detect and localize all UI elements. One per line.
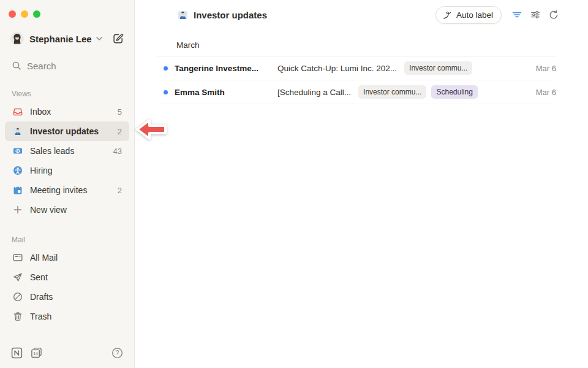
- calendar-icon: [13, 185, 23, 195]
- envelope-icon: [13, 253, 23, 263]
- sidebar-item-label: Trash: [30, 312, 51, 321]
- view-header: Investor updates Auto label: [135, 0, 588, 29]
- person-circle-icon: [13, 166, 23, 175]
- mail-nav: All Mail Sent Drafts Trash: [0, 248, 134, 326]
- unread-count: 5: [118, 107, 122, 117]
- avatar: [10, 32, 24, 45]
- views-nav: Inbox 5 Investor updates 2 Sales leads 4…: [0, 102, 134, 220]
- sidebar-item-label: New view: [30, 205, 67, 215]
- page-title: Investor updates: [194, 10, 267, 20]
- sidebar-item-label: Sales leads: [30, 146, 74, 156]
- label-pill[interactable]: Investor commu...: [404, 61, 472, 75]
- account-name: Stephanie Lee: [29, 34, 92, 44]
- unread-dot: [164, 66, 168, 71]
- sliders-icon[interactable]: [530, 10, 540, 20]
- sidebar: Stephanie Lee Search Views Inbox 5 Inves…: [0, 0, 135, 368]
- svg-text:14: 14: [33, 351, 38, 355]
- minimize-window-button[interactable]: [21, 10, 28, 18]
- email-tags: Investor commu...: [404, 61, 472, 75]
- investor-person-icon: [178, 10, 188, 20]
- close-window-button[interactable]: [9, 10, 16, 18]
- sidebar-item-hiring[interactable]: Hiring: [5, 161, 129, 180]
- sidebar-item-investor-updates[interactable]: Investor updates 2: [5, 121, 129, 141]
- magic-wand-icon: [442, 10, 453, 20]
- trash-icon: [13, 312, 23, 321]
- email-list: March Tangerine Investme... Quick Catch-…: [157, 29, 556, 104]
- sidebar-item-label: Investor updates: [30, 126, 99, 136]
- label-pill[interactable]: Scheduling: [431, 85, 477, 99]
- search-label: Search: [27, 61, 56, 71]
- month-group-header: March: [157, 29, 556, 56]
- auto-label-text: Auto label: [456, 10, 493, 20]
- sidebar-item-sent[interactable]: Sent: [5, 267, 129, 287]
- email-row[interactable]: Emma Smith [Scheduling a Call... Investo…: [157, 80, 556, 104]
- sidebar-item-label: Inbox: [30, 107, 51, 117]
- sidebar-item-label: Hiring: [30, 166, 53, 175]
- unread-dot: [164, 90, 168, 94]
- unread-count: 43: [113, 147, 122, 156]
- unread-count: 2: [118, 127, 122, 136]
- label-pill[interactable]: Investor commu...: [358, 85, 426, 99]
- sidebar-item-drafts[interactable]: Drafts: [5, 287, 129, 307]
- email-sender: Emma Smith: [175, 88, 270, 97]
- mail-section-label: Mail: [0, 234, 134, 245]
- zoom-window-button[interactable]: [33, 10, 40, 18]
- sidebar-item-meeting-invites[interactable]: Meeting invites 2: [5, 180, 129, 200]
- search-button[interactable]: Search: [0, 56, 134, 75]
- email-tags: Investor commu... Scheduling: [358, 85, 478, 99]
- sidebar-footer: 14 ?: [0, 337, 134, 368]
- investor-person-icon: [13, 126, 23, 136]
- email-date: Mar 6: [536, 64, 556, 73]
- chevron-down-icon: [96, 37, 102, 40]
- inbox-icon: [13, 107, 23, 117]
- search-icon: [12, 61, 21, 71]
- pencil-circle-icon: [13, 292, 23, 302]
- banknote-icon: [13, 146, 23, 156]
- plus-icon: [13, 205, 23, 215]
- sidebar-item-sales-leads[interactable]: Sales leads 43: [5, 141, 129, 161]
- email-subject: Quick Catch-Up: Lumi Inc. 202...: [277, 64, 397, 73]
- auto-label-button[interactable]: Auto label: [435, 6, 502, 24]
- sidebar-item-all-mail[interactable]: All Mail: [5, 248, 129, 267]
- email-sender: Tangerine Investme...: [175, 64, 270, 73]
- profile-switcher[interactable]: Stephanie Lee: [0, 25, 134, 48]
- compose-button[interactable]: [112, 33, 124, 45]
- sidebar-item-label: Meeting invites: [30, 185, 87, 195]
- sidebar-item-label: Drafts: [30, 292, 53, 302]
- mail-app-window: Stephanie Lee Search Views Inbox 5 Inves…: [0, 0, 588, 368]
- paper-plane-icon: [13, 272, 23, 282]
- sidebar-item-new-view[interactable]: New view: [5, 200, 129, 220]
- header-toolbar: Auto label: [435, 6, 559, 24]
- email-date: Mar 6: [536, 88, 556, 97]
- sidebar-item-inbox[interactable]: Inbox 5: [5, 102, 129, 121]
- filter-icon[interactable]: [512, 10, 522, 20]
- window-controls: [0, 0, 134, 25]
- refresh-icon[interactable]: [549, 10, 559, 20]
- notion-logo-icon[interactable]: [11, 347, 23, 359]
- views-section-label: Views: [0, 88, 134, 99]
- email-subject: [Scheduling a Call...: [277, 88, 351, 97]
- sidebar-item-label: Sent: [30, 272, 48, 282]
- help-icon[interactable]: ?: [111, 347, 123, 359]
- email-row[interactable]: Tangerine Investme... Quick Catch-Up: Lu…: [157, 56, 556, 80]
- month-label: March: [176, 40, 200, 50]
- sidebar-item-trash[interactable]: Trash: [5, 307, 129, 326]
- svg-text:?: ?: [116, 349, 119, 356]
- main-content: Investor updates Auto label March Tanger…: [135, 0, 588, 368]
- sidebar-item-label: All Mail: [30, 253, 58, 263]
- unread-count: 2: [118, 186, 122, 195]
- calendar-app-icon[interactable]: 14: [31, 347, 42, 359]
